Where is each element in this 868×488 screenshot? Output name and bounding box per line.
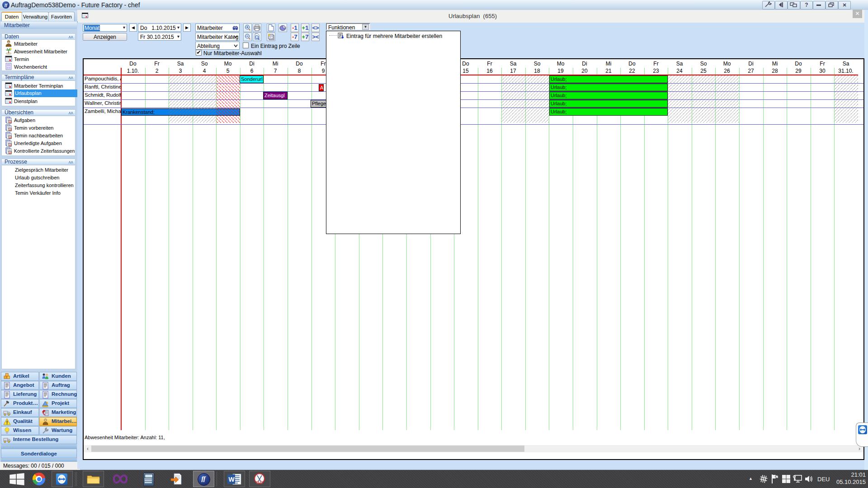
svg-text:10: 10 (9, 151, 12, 154)
svg-text:10: 10 (9, 136, 12, 139)
svg-text:W: W (229, 476, 235, 483)
svg-text:10: 10 (9, 121, 12, 123)
svg-text:10: 10 (9, 128, 12, 131)
svg-text:10: 10 (9, 144, 12, 146)
